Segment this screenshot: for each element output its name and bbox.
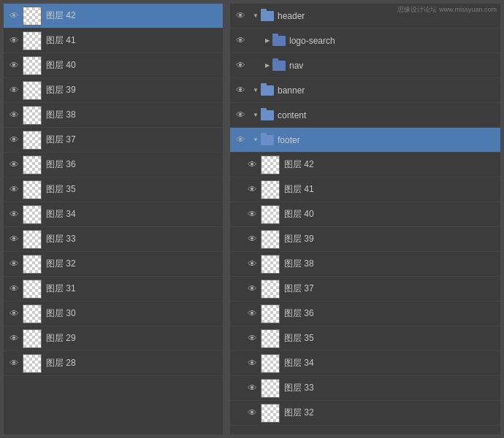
- visibility-icon[interactable]: 👁: [7, 307, 21, 321]
- layer-row[interactable]: 👁 图层 31: [4, 277, 223, 301]
- visibility-icon[interactable]: 👁: [245, 232, 259, 247]
- layer-row[interactable]: 👁 图层 28: [4, 351, 223, 376]
- layer-row[interactable]: 👁 图层 41: [230, 177, 500, 202]
- layer-name: 图层 36: [46, 158, 76, 171]
- folder-icon: [261, 110, 274, 120]
- watermark: 思缘设计论坛 www.missyuan.com: [397, 5, 497, 15]
- visibility-icon[interactable]: 👁: [245, 182, 259, 197]
- visibility-icon[interactable]: 👁: [7, 158, 21, 172]
- visibility-icon[interactable]: 👁: [245, 331, 259, 346]
- layer-name: 图层 34: [46, 208, 76, 220]
- layer-row[interactable]: 👁 图层 36: [230, 301, 500, 326]
- layer-row[interactable]: 👁 图层 37: [4, 128, 223, 153]
- layer-row[interactable]: 👁 图层 39: [230, 227, 500, 252]
- visibility-icon[interactable]: 👁: [233, 108, 248, 123]
- layer-row[interactable]: 👁 图层 38: [4, 103, 223, 128]
- layer-thumbnail: [261, 354, 280, 373]
- visibility-icon[interactable]: 👁: [245, 282, 259, 296]
- layer-thumbnail: [23, 131, 42, 150]
- expand-arrow[interactable]: ▼: [252, 87, 259, 94]
- layer-row[interactable]: 👁 图层 41: [4, 28, 223, 53]
- layer-row[interactable]: 👁 图层 35: [4, 177, 223, 202]
- layer-thumbnail: [23, 180, 42, 199]
- folder-icon: [261, 85, 274, 96]
- expand-arrow[interactable]: ▶: [264, 62, 271, 69]
- layer-name: 图层 38: [284, 258, 314, 270]
- layer-name: 图层 42: [46, 9, 76, 22]
- visibility-icon[interactable]: 👁: [7, 108, 21, 123]
- layer-row[interactable]: 👁 图层 40: [230, 202, 500, 227]
- expand-arrow[interactable]: ▼: [252, 137, 259, 144]
- expand-arrow[interactable]: ▶: [264, 37, 271, 45]
- layer-row[interactable]: 👁 图层 34: [4, 202, 223, 227]
- layer-row[interactable]: 👁 图层 39: [4, 78, 223, 103]
- layer-thumbnail: [23, 7, 42, 26]
- visibility-icon[interactable]: 👁: [7, 58, 21, 73]
- layer-row[interactable]: 👁 图层 42: [4, 4, 223, 28]
- visibility-icon[interactable]: 👁: [7, 9, 21, 23]
- layer-row[interactable]: 👁 图层 42: [230, 153, 500, 177]
- layer-thumbnail: [23, 205, 42, 224]
- layer-row[interactable]: 👁 图层 33: [4, 227, 223, 252]
- layer-name: 图层 33: [284, 382, 314, 394]
- visibility-icon[interactable]: 👁: [233, 58, 248, 73]
- visibility-icon[interactable]: 👁: [245, 307, 259, 321]
- layer-row[interactable]: 👁 图层 33: [230, 376, 500, 401]
- left-layers-panel[interactable]: 👁 图层 42 👁 图层 41 👁 图层 40 👁 图层 39 👁 图层 38 …: [4, 4, 223, 434]
- visibility-icon[interactable]: 👁: [245, 406, 259, 420]
- layer-row[interactable]: 👁 图层 40: [4, 53, 223, 78]
- folder-icon: [261, 135, 274, 145]
- layer-name: 图层 37: [46, 134, 76, 146]
- layer-row[interactable]: 👁 图层 36: [4, 153, 223, 177]
- visibility-icon[interactable]: 👁: [233, 34, 248, 48]
- visibility-icon[interactable]: 👁: [7, 331, 21, 346]
- visibility-icon[interactable]: 👁: [7, 182, 21, 197]
- visibility-icon[interactable]: 👁: [233, 133, 248, 147]
- visibility-icon[interactable]: 👁: [7, 282, 21, 296]
- layer-name: 图层 34: [284, 357, 314, 369]
- layer-name: 图层 39: [284, 233, 314, 245]
- layer-thumbnail: [23, 31, 42, 50]
- group-row-banner[interactable]: 👁 ▼ banner: [230, 78, 500, 103]
- layer-row[interactable]: 👁 图层 34: [230, 351, 500, 376]
- visibility-icon[interactable]: 👁: [245, 158, 259, 172]
- layer-name: 图层 36: [284, 307, 314, 320]
- visibility-icon[interactable]: 👁: [245, 381, 259, 396]
- layer-row[interactable]: 👁 图层 38: [230, 252, 500, 277]
- visibility-icon[interactable]: 👁: [7, 257, 21, 272]
- layer-row[interactable]: 👁 图层 30: [4, 301, 223, 326]
- layer-thumbnail: [261, 230, 280, 249]
- layer-row[interactable]: 👁 图层 32: [4, 252, 223, 277]
- group-row-content[interactable]: 👁 ▼ content: [230, 103, 500, 128]
- visibility-icon[interactable]: 👁: [233, 9, 248, 23]
- visibility-icon[interactable]: 👁: [7, 133, 21, 147]
- visibility-icon[interactable]: 👁: [233, 83, 248, 98]
- layer-name: 图层 38: [46, 109, 76, 121]
- right-layers-panel[interactable]: 思缘设计论坛 www.missyuan.com 👁 ▼ header 👁 ▶ l…: [230, 4, 500, 434]
- layer-name: 图层 40: [46, 59, 76, 72]
- visibility-icon[interactable]: 👁: [7, 207, 21, 222]
- visibility-icon[interactable]: 👁: [7, 356, 21, 371]
- visibility-icon[interactable]: 👁: [245, 356, 259, 371]
- visibility-icon[interactable]: 👁: [7, 83, 21, 98]
- visibility-icon[interactable]: 👁: [245, 207, 259, 222]
- group-name: header: [278, 11, 305, 21]
- layer-row[interactable]: 👁 图层 29: [4, 326, 223, 351]
- layer-name: 图层 35: [284, 332, 314, 345]
- layer-row[interactable]: 👁 图层 37: [230, 277, 500, 301]
- visibility-icon[interactable]: 👁: [245, 257, 259, 272]
- group-row-nav[interactable]: 👁 ▶ nav: [230, 53, 500, 78]
- layer-name: 图层 40: [284, 208, 314, 220]
- visibility-icon[interactable]: 👁: [7, 34, 21, 48]
- visibility-icon[interactable]: 👁: [7, 232, 21, 247]
- layer-name: 图层 35: [46, 183, 76, 196]
- layer-row[interactable]: 👁 图层 35: [230, 326, 500, 351]
- layer-thumbnail: [261, 205, 280, 224]
- layer-thumbnail: [261, 280, 280, 299]
- layer-name: 图层 39: [46, 84, 76, 96]
- expand-arrow[interactable]: ▼: [252, 112, 259, 119]
- group-row-logo-search[interactable]: 👁 ▶ logo-search: [230, 28, 500, 53]
- layer-row[interactable]: 👁 图层 32: [230, 401, 500, 426]
- group-row-footer[interactable]: 👁 ▼ footer: [230, 128, 500, 153]
- expand-arrow[interactable]: ▼: [252, 12, 259, 20]
